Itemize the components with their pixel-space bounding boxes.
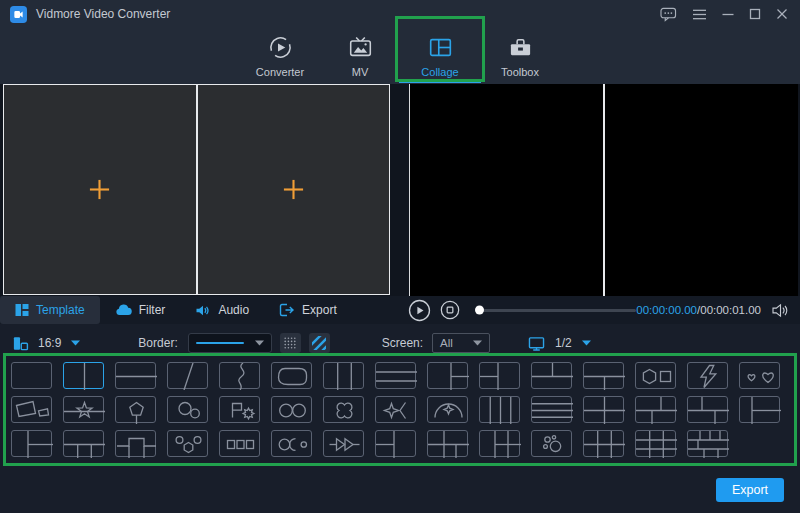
stop-button[interactable] (440, 300, 460, 320)
screen-select[interactable]: All (432, 333, 490, 353)
template-grid-row (11, 362, 789, 389)
template-split-h[interactable] (115, 362, 156, 389)
template-single[interactable] (11, 362, 52, 389)
template-circles-big-small[interactable] (167, 396, 208, 423)
panel-tab-audio[interactable]: Audio (180, 296, 264, 324)
template-rounded-inset[interactable] (271, 362, 312, 389)
preview-cell (603, 84, 798, 296)
template-left-cell-right-2rows[interactable] (11, 430, 52, 457)
window-title: Vidmore Video Converter (36, 7, 170, 21)
screen-control: Screen: All (382, 333, 490, 353)
template-circles-two[interactable] (271, 396, 312, 423)
template-arrows[interactable] (323, 430, 364, 457)
volume-button[interactable] (771, 303, 790, 318)
chevron-down-icon (473, 340, 482, 346)
template-circles-hex[interactable] (167, 430, 208, 457)
dots-pattern-icon (283, 336, 297, 350)
template-top-2cols-bottom-big[interactable] (531, 362, 572, 389)
template-squares-3[interactable] (219, 430, 260, 457)
template-dome-clover[interactable] (427, 396, 468, 423)
template-flag-gear[interactable] (219, 396, 260, 423)
template-star-line[interactable] (63, 396, 104, 423)
template-circle-half-dot[interactable] (271, 430, 312, 457)
player-controls: 00:00:00.00/00:00:01.00 (408, 296, 790, 324)
template-rows-3[interactable] (375, 362, 416, 389)
dots-pattern-button[interactable] (280, 333, 301, 353)
template-star-bracket[interactable] (375, 396, 416, 423)
border-line-sample (196, 342, 244, 344)
screen-label: Screen: (382, 336, 423, 350)
template-cols-3[interactable] (323, 362, 364, 389)
collage-cell-add-video[interactable] (196, 85, 390, 294)
template-grid (3, 353, 797, 466)
minimize-icon (722, 8, 734, 20)
nav-tab-converter[interactable]: Converter (240, 28, 320, 84)
template-left-2rows-right-big[interactable] (479, 362, 520, 389)
border-style-select[interactable] (188, 333, 272, 353)
template-left-2rows-right-big[interactable] (375, 430, 416, 457)
seek-slider[interactable] (476, 309, 636, 312)
play-icon (408, 299, 431, 322)
minimize-button[interactable] (722, 5, 734, 23)
template-bubbles[interactable] (531, 430, 572, 457)
template-grid-brick[interactable] (687, 430, 728, 457)
template-skew-quads[interactable] (11, 396, 52, 423)
template-top-big-bottom-2cols[interactable] (583, 362, 624, 389)
template-left-big-right-2rows[interactable] (427, 362, 468, 389)
template-grid-asym[interactable] (687, 396, 728, 423)
chevron-down-icon (255, 340, 264, 346)
volume-icon (771, 303, 790, 318)
template-rows-4[interactable] (531, 396, 572, 423)
close-button[interactable] (776, 5, 788, 23)
chevron-down-icon (582, 340, 591, 346)
template-cols-4[interactable] (479, 396, 520, 423)
menu-button[interactable] (692, 5, 707, 23)
template-pentagon-line[interactable] (115, 396, 156, 423)
close-icon (776, 8, 788, 20)
filter-icon (115, 304, 132, 316)
template-hex-square[interactable] (635, 362, 676, 389)
panel-tab-template[interactable]: Template (0, 296, 100, 324)
add-video-icon (88, 178, 111, 201)
collage-icon (428, 35, 453, 61)
template-leftcol-2cells[interactable] (739, 396, 780, 423)
template-clover[interactable] (323, 396, 364, 423)
template-diagonal[interactable] (167, 362, 208, 389)
nav-tab-collage[interactable]: Collage (400, 28, 480, 84)
stripes-pattern-button[interactable] (309, 333, 330, 353)
screen-pager[interactable]: 1/2 (528, 336, 591, 351)
seek-slider-thumb[interactable] (475, 306, 484, 315)
template-split-v[interactable] (63, 362, 104, 389)
menu-icon (692, 8, 707, 21)
transport-buttons (408, 299, 460, 322)
template-grid-5cell[interactable] (427, 430, 468, 457)
feedback-icon (660, 7, 677, 22)
panel-tab-export[interactable]: Export (264, 296, 352, 324)
template-grid-3x2[interactable] (583, 430, 624, 457)
template-podium[interactable] (115, 430, 156, 457)
template-top-big-bottom-3cols[interactable] (63, 430, 104, 457)
panel-tabs: TemplateFilterAudioExport (0, 296, 352, 324)
collage-editor (3, 84, 390, 295)
maximize-button[interactable] (749, 5, 761, 23)
template-grid-2x2-offset[interactable] (635, 396, 676, 423)
nav-tab-label: Converter (256, 66, 304, 78)
audio-icon (195, 304, 211, 317)
template-grid-row (11, 396, 789, 423)
template-lightning[interactable] (687, 362, 728, 389)
collage-cell-add-video[interactable] (4, 85, 196, 294)
play-button[interactable] (408, 299, 431, 322)
nav-tab-toolbox[interactable]: Toolbox (480, 28, 560, 84)
mv-icon (348, 35, 373, 61)
template-grid-3x3[interactable] (635, 430, 676, 457)
nav-tab-mv[interactable]: MV (320, 28, 400, 84)
template-hearts[interactable] (739, 362, 780, 389)
feedback-button[interactable] (660, 5, 677, 23)
template-wave-v[interactable] (219, 362, 260, 389)
aspect-ratio-control[interactable]: 16:9 (12, 335, 80, 352)
panel-tab-filter[interactable]: Filter (100, 296, 181, 324)
preview-panel (409, 84, 798, 296)
template-left-col-right-grid[interactable] (479, 430, 520, 457)
template-grid-2x2[interactable] (583, 396, 624, 423)
export-button[interactable]: Export (716, 478, 784, 502)
